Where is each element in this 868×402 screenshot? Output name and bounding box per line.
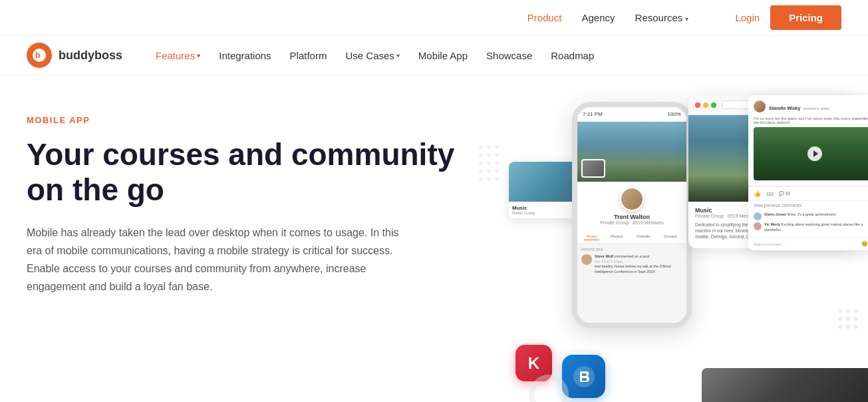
- phone-screen: 7:21 PM 100% Trent Walton Private Group …: [577, 107, 686, 323]
- logo-icon: b: [27, 43, 52, 68]
- logo-text: buddyboss: [59, 49, 122, 63]
- svg-point-3: [487, 145, 491, 149]
- header: Product Agency Resources ▾ Login Pricing…: [0, 0, 868, 75]
- social-video: [754, 127, 868, 180]
- view-comments-label: View previous comments: [748, 200, 868, 210]
- buddyboss-app-icon: [572, 365, 596, 389]
- comment-avatar-2: [754, 222, 762, 230]
- nav-agency[interactable]: Agency: [582, 12, 615, 23]
- avatar: [620, 187, 644, 211]
- chevron-down-icon: ▾: [396, 52, 400, 59]
- svg-point-22: [846, 317, 850, 321]
- illustration: Music Public Group 7:21 PM 100%: [476, 89, 868, 402]
- svg-point-19: [846, 309, 850, 313]
- phone-nav-friends[interactable]: Friends: [634, 233, 652, 240]
- svg-point-12: [487, 169, 491, 173]
- svg-point-25: [846, 325, 850, 329]
- page-title: Your courses and community on the go: [27, 137, 459, 208]
- top-nav: Product Agency Resources ▾: [527, 12, 689, 23]
- svg-point-11: [479, 169, 483, 173]
- svg-point-26: [854, 325, 858, 329]
- svg-point-16: [495, 177, 499, 181]
- svg-text:b: b: [35, 51, 40, 60]
- phone-mockup: 7:21 PM 100% Trent Walton Private Group …: [572, 102, 692, 328]
- comment-item-1: Glenn Jones Wow, it's a great achievemen…: [754, 212, 868, 220]
- social-action-text: shared a video: [803, 106, 829, 110]
- poster-name: Steve Wolf: [595, 254, 613, 258]
- phone-content: POSTS 359 Steve Wolf commented on a post…: [577, 244, 686, 283]
- phone-nav-groups[interactable]: Groups: [661, 233, 680, 240]
- close-dot: [695, 102, 700, 108]
- svg-point-7: [495, 153, 499, 157]
- chevron-down-icon: ▾: [685, 15, 688, 23]
- nav-mobile-app[interactable]: Mobile App: [418, 50, 468, 61]
- description-text: Mobile has already taken the lead over d…: [27, 224, 399, 296]
- phone-nav-photos[interactable]: Photos: [608, 233, 626, 240]
- phone-nav-posts[interactable]: Posts: [584, 233, 599, 240]
- nav-resources-label: Resources: [635, 12, 683, 23]
- logo[interactable]: b buddyboss: [27, 43, 122, 68]
- play-icon: [813, 150, 818, 157]
- svg-point-18: [838, 309, 842, 313]
- posts-count: POSTS 359: [581, 248, 682, 252]
- nav-platform[interactable]: Platform: [290, 50, 327, 61]
- profile-name: Trent Walton: [583, 214, 681, 220]
- nav-use-cases[interactable]: Use Cases ▾: [345, 50, 399, 61]
- phone-time: 7:21 PM: [583, 111, 603, 117]
- chevron-down-icon: ▾: [197, 52, 200, 59]
- svg-point-2: [479, 145, 483, 149]
- section-label: MOBILE APP: [27, 115, 459, 125]
- nav-product[interactable]: Product: [527, 12, 562, 23]
- svg-point-20: [854, 309, 858, 313]
- nav-integrations[interactable]: Integrations: [219, 50, 271, 61]
- post-item: Steve Wolf commented on a post Apr 13 at…: [581, 254, 682, 275]
- comment-item-2: Vic Merly Exciting about exploring great…: [754, 222, 868, 232]
- svg-point-23: [854, 317, 858, 321]
- social-avatar: [754, 100, 766, 112]
- login-button[interactable]: Login: [735, 12, 760, 23]
- social-comments: Glenn Jones Wow, it's a great achievemen…: [748, 210, 868, 237]
- social-user-info: Standie Wisky shared a video: [769, 100, 829, 112]
- maximize-dot: [711, 102, 716, 108]
- post-text: Steve Wolf commented on a post Apr 13 at…: [595, 254, 682, 275]
- pricing-button[interactable]: Pricing: [770, 5, 841, 30]
- play-button[interactable]: [807, 146, 822, 161]
- app-k-letter: K: [528, 354, 539, 373]
- social-card-header: Standie Wisky shared a video I'm so sorr…: [748, 95, 868, 186]
- social-reactions: 👍 102 💬 33: [748, 186, 868, 200]
- header-top: Product Agency Resources ▾ Login Pricing: [0, 0, 868, 36]
- machinery-bg: [702, 368, 868, 402]
- comment-input-row: Add a comment... 😊 📷: [748, 237, 868, 250]
- send-icons: 😊 📷: [861, 241, 868, 247]
- left-content: MOBILE APP Your courses and community on…: [27, 115, 459, 296]
- profile-subtitle: Private Group · 6519 Members: [583, 220, 681, 225]
- top-actions: Login Pricing: [735, 5, 841, 30]
- phone-battery: 100%: [668, 111, 681, 117]
- phone-profile: Trent Walton Private Group · 6519 Member…: [577, 182, 686, 230]
- svg-point-21: [838, 317, 842, 321]
- nav-showcase[interactable]: Showcase: [486, 50, 532, 61]
- thumbs-up-icon: 👍: [754, 190, 761, 197]
- nav-roadmap[interactable]: Roadmap: [551, 50, 594, 61]
- comment-text-1: Glenn Jones Wow, it's a great achievemen…: [764, 212, 835, 218]
- post-avatar: [581, 254, 592, 265]
- dots-decoration-right: [835, 305, 868, 361]
- social-user-row: Standie Wisky shared a video: [754, 100, 868, 112]
- nav-resources[interactable]: Resources ▾: [635, 12, 689, 23]
- svg-point-24: [838, 325, 842, 329]
- thumbnail-overlay: [581, 159, 605, 178]
- svg-point-8: [479, 161, 483, 165]
- window-controls: [695, 102, 716, 108]
- comment-preview: I'm so sorry for the glare, but I've nev…: [754, 115, 868, 127]
- bottom-machinery-image: [702, 368, 868, 402]
- main-content: MOBILE APP Your courses and community on…: [0, 75, 868, 402]
- svg-point-6: [487, 153, 491, 157]
- comment-avatar-1: [754, 212, 762, 220]
- nav-features[interactable]: Features ▾: [156, 50, 200, 61]
- svg-point-13: [495, 169, 499, 173]
- svg-point-10: [495, 161, 499, 165]
- phone-hero-image: [577, 122, 686, 182]
- social-card: Standie Wisky shared a video I'm so sorr…: [748, 95, 868, 250]
- svg-point-15: [487, 177, 491, 181]
- svg-point-5: [479, 153, 483, 157]
